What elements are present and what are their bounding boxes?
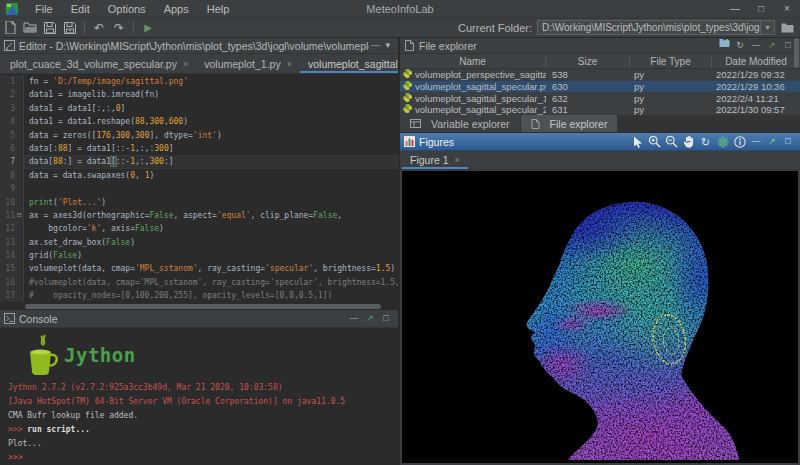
code-text: # opacity_nodes=[0,100,200,255], opacity… (24, 289, 398, 302)
code-text: data1 = data1.reshape(88,300,600) (24, 115, 398, 128)
table-row[interactable]: volumeplot_sagittal_specular_1.py632py20… (400, 92, 800, 104)
console-panel: Console — ↗ □ Jython (0, 310, 398, 465)
menu-edit[interactable]: Edit (62, 3, 99, 15)
dock-tab-file-explorer[interactable]: File explorer (521, 115, 618, 132)
menu-options[interactable]: Options (99, 3, 155, 15)
figures-maximize-button[interactable]: □ (780, 134, 796, 149)
menu-bar: FileEditOptionsAppsHelp (26, 3, 238, 15)
console-output[interactable]: Jython Jython 2.7.2 (v2.7.2:925a3cc3b49d… (0, 329, 398, 465)
window-minimize-button[interactable]: — (722, 0, 748, 17)
figure-tab-0[interactable]: Figure 1× (402, 151, 468, 169)
table-row[interactable]: volumeplot_perspective_sagittal_sp...538… (400, 69, 800, 81)
fold-spacer (15, 115, 23, 128)
figures-minimize-button[interactable]: — (748, 134, 764, 149)
editor-menu-button[interactable]: ▾ (382, 38, 394, 53)
code-text: fn = 'D:/Temp/image/sagittal.png' (24, 75, 398, 88)
gutter-cell: 12 (0, 222, 24, 235)
console-float-button[interactable]: ↗ (362, 311, 378, 326)
column-header-file-type[interactable]: File Type (630, 54, 712, 68)
save-button[interactable] (41, 20, 59, 36)
line-number: 9 (0, 182, 15, 195)
fold-spacer (15, 155, 23, 168)
table-row[interactable]: volumeplot_sagittal_specular_2.py631py20… (400, 104, 800, 116)
rotate-tool-button[interactable]: ↻ (697, 134, 714, 149)
jython-logo-text: Jython (64, 344, 136, 366)
open-file-button[interactable] (21, 20, 39, 36)
title-bar: FileEditOptionsAppsHelp MeteoInfoLab — □… (0, 0, 800, 18)
window-maximize-button[interactable]: □ (748, 0, 774, 17)
fold-spacer (15, 169, 23, 182)
line-number: 1 (0, 75, 15, 88)
column-header-date-modified[interactable]: Date Modified (712, 54, 800, 68)
line-number: 6 (0, 142, 15, 155)
code-editor[interactable]: 1fn = 'D:/Temp/image/sagittal.png'2data1… (0, 75, 398, 302)
gutter-cell: 13 (0, 236, 24, 249)
figures-title: Figures (419, 136, 454, 148)
line-number: 8 (0, 169, 15, 182)
code-text: #volumeplot(data, cmap='MPL_sstanom', ra… (24, 276, 398, 289)
code-text: data1 = imagelib.imread(fn) (24, 88, 398, 101)
code-text: data = data.swapaxes(0, 1) (24, 169, 398, 182)
refresh-icon[interactable]: ↻ (732, 38, 748, 53)
gutter-cell: 3 (0, 102, 24, 115)
browse-folder-button[interactable] (778, 20, 796, 36)
code-line: 15volumeplot(data, cmap='MPL_sstanom', r… (0, 262, 398, 275)
console-minimize-button[interactable]: — (346, 311, 362, 326)
pointer-tool-button[interactable] (629, 134, 646, 149)
menu-help[interactable]: Help (198, 3, 239, 15)
menu-file[interactable]: File (26, 3, 62, 15)
gutter-cell: 5 (0, 129, 24, 142)
editor-tab-0[interactable]: plot_cuace_3d_volume_specular.py× (2, 54, 196, 73)
file-type-cell: py (630, 93, 712, 104)
globe-tool-button[interactable] (714, 134, 731, 149)
window-close-button[interactable]: × (774, 0, 800, 17)
new-file-button[interactable] (1, 20, 19, 36)
close-tab-icon[interactable]: × (183, 59, 188, 69)
editor-title: Editor - D:\Working\MIScript\Jython\mis\… (19, 40, 369, 52)
run-script-button[interactable]: ▶ (139, 20, 157, 36)
fold-spacer (15, 236, 23, 249)
info-tool-button[interactable] (731, 134, 748, 149)
console-maximize-button[interactable]: □ (378, 311, 394, 326)
line-number: 11 (0, 209, 15, 222)
file-table-header[interactable]: NameSizeFile TypeDate Modified (400, 54, 800, 69)
line-number: 2 (0, 88, 15, 101)
toolbar-separator (84, 21, 85, 34)
current-folder-value[interactable]: D:\Working\MIScript\Jython\mis\plot_type… (538, 22, 760, 33)
console-text: Plot... (8, 439, 42, 448)
console-line: >>> run script... (0, 423, 398, 437)
file-name-cell: volumeplot_sagittal_specular_2.py (400, 104, 546, 115)
undo-button[interactable]: ↶ (90, 20, 108, 36)
new-folder-button[interactable] (716, 38, 732, 53)
explorer-minimize-button[interactable]: — (748, 38, 764, 53)
zoom-in-tool-button[interactable] (646, 134, 663, 149)
column-header-size[interactable]: Size (546, 54, 630, 68)
column-header-name[interactable]: Name (400, 54, 546, 68)
menu-apps[interactable]: Apps (155, 3, 198, 15)
save-as-button[interactable] (61, 20, 79, 36)
figures-float-button[interactable]: ↗ (764, 134, 780, 149)
pan-tool-button[interactable] (680, 134, 697, 149)
table-row[interactable]: volumeplot_sagittal_specular.py630py2022… (400, 81, 800, 93)
fold-spacer (15, 182, 23, 195)
code-line: 13ax.set_draw_box(False) (0, 236, 398, 249)
dock-tab-variable-explorer[interactable]: Variable explorer (400, 115, 520, 132)
editor-minimize-button[interactable]: — (369, 38, 381, 53)
figure-canvas[interactable] (402, 171, 798, 463)
editor-tab-1[interactable]: volumeplot_1.py× (196, 54, 300, 73)
explorer-float-button[interactable]: ↗ (764, 38, 780, 53)
redo-button[interactable]: ↷ (110, 20, 128, 36)
zoom-out-tool-button[interactable] (663, 134, 680, 149)
volume-render-head (402, 171, 798, 463)
chevron-down-icon[interactable]: ▾ (760, 21, 774, 34)
fold-marker-icon[interactable]: ⊟ (15, 209, 23, 222)
editor-horizontal-scrollbar[interactable] (25, 304, 392, 309)
console-line: Jython 2.7.2 (v2.7.2:925a3cc3b49d, Mar 2… (0, 381, 398, 395)
code-text (24, 182, 398, 195)
close-tab-icon[interactable]: × (287, 59, 292, 69)
explorer-scrollbar[interactable] (794, 38, 799, 84)
current-folder-combobox[interactable]: D:\Working\MIScript\Jython\mis\plot_type… (537, 20, 775, 35)
figure-tab-bar: Figure 1× (400, 151, 800, 170)
meteoinfolab-window: FileEditOptionsAppsHelp MeteoInfoLab — □… (0, 0, 800, 465)
close-tab-icon[interactable]: × (455, 155, 460, 165)
